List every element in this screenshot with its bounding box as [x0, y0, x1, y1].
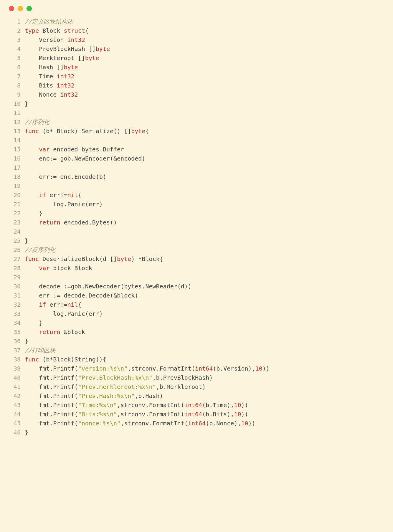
line-number: 38: [7, 355, 25, 364]
line-content: [25, 227, 386, 236]
line-number: 32: [7, 300, 25, 309]
line-content: }: [25, 428, 386, 437]
token: )): [241, 411, 248, 418]
minimize-icon[interactable]: [18, 6, 23, 11]
line-content: func (b* Block) Serialize() []byte{: [25, 127, 386, 136]
line-number: 23: [7, 218, 25, 227]
line-number: 35: [7, 328, 25, 337]
token: Time: [25, 73, 57, 80]
line-number: 5: [7, 54, 25, 63]
line-number: 13: [7, 127, 25, 136]
line-content: fmt.Printf("Time:%s\n",strconv.FormatInt…: [25, 401, 386, 410]
token: int64: [184, 402, 202, 409]
token: 10: [255, 365, 262, 372]
token: [25, 191, 39, 199]
token: "Prev.Hash:%x\n": [78, 392, 135, 399]
line-content: }: [25, 209, 386, 218]
code-line: 23 return encoded.Bytes(): [7, 218, 386, 227]
token: [25, 301, 39, 308]
close-icon[interactable]: [9, 6, 14, 11]
token: err!=: [46, 301, 67, 308]
line-content: //反序列化: [25, 245, 386, 255]
code-window: 1//定义区块结构体2type Block struct{3 Version i…: [0, 0, 393, 449]
token: Hash []: [25, 64, 64, 71]
token: //序列化: [25, 118, 49, 125]
line-number: 10: [7, 99, 25, 108]
line-content: var block Block: [25, 264, 386, 273]
token: "Prev.BlockHash:%x\n": [78, 374, 153, 381]
line-content: fmt.Printf("version:%s\n",strconv.Format…: [25, 364, 386, 373]
token: {: [78, 301, 82, 308]
code-line: 38func (b*Block)String(){: [7, 355, 386, 364]
token: 10: [241, 420, 248, 427]
code-line: 41 fmt.Printf("Prev.merkleroot:%x\n",b.M…: [7, 382, 386, 391]
code-line: 42 fmt.Printf("Prev.Hash:%x\n",b.Hash): [7, 391, 386, 401]
code-line: 35 return &block: [7, 328, 386, 337]
token: Block: [39, 27, 64, 34]
token: "nonce:%s\n": [78, 420, 121, 427]
code-line: 1//定义区块结构体: [7, 17, 386, 26]
line-number: 15: [7, 145, 25, 154]
token: (b* Block) Serialize() []: [39, 128, 131, 135]
code-line: 8 Bits int32: [7, 81, 386, 90]
line-number: 21: [7, 200, 25, 209]
window-titlebar: [7, 5, 386, 17]
line-number: 30: [7, 282, 25, 291]
token: }: [25, 338, 28, 345]
line-number: 8: [7, 81, 25, 90]
token: func: [25, 255, 39, 262]
code-line: 24: [7, 227, 386, 236]
code-line: 26//反序列化: [7, 245, 386, 255]
token: DeserializeBlock(d []: [39, 255, 117, 262]
token: )): [248, 420, 255, 427]
token: }: [25, 237, 28, 244]
code-line: 11: [7, 108, 386, 118]
token: enc:= gob.NewEncoder(&encoded): [25, 155, 145, 162]
line-number: 3: [7, 35, 25, 44]
token: byte: [131, 128, 145, 135]
line-number: 19: [7, 181, 25, 191]
token: (b.Time),: [202, 402, 234, 409]
line-content: fmt.Printf("Bits:%s\n",strconv.FormatInt…: [25, 410, 386, 419]
line-number: 20: [7, 191, 25, 200]
line-number: 12: [7, 118, 25, 127]
line-number: 33: [7, 309, 25, 318]
line-content: if err!=nil{: [25, 191, 386, 200]
line-number: 26: [7, 245, 25, 255]
code-line: 5 Merkleroot []byte: [7, 54, 386, 63]
token: type: [25, 27, 39, 34]
code-line: 9 Nonce int32: [7, 90, 386, 99]
line-content: log.Panic(err): [25, 309, 386, 318]
line-content: Merkleroot []byte: [25, 54, 386, 63]
line-number: 29: [7, 273, 25, 282]
token: PrevBlockHash []: [25, 45, 96, 52]
token: &block: [60, 328, 85, 336]
line-number: 39: [7, 364, 25, 373]
code-line: 40 fmt.Printf("Prev.BlockHash:%x\n",b.Pr…: [7, 373, 386, 382]
token: ,strconv.FormatInt(: [128, 365, 195, 372]
line-number: 43: [7, 401, 25, 410]
line-number: 41: [7, 382, 25, 391]
line-content: var encoded bytes.Buffer: [25, 145, 386, 154]
code-line: 30 decode :=gob.NewDecoder(bytes.NewRead…: [7, 282, 386, 291]
line-content: func (b*Block)String(){: [25, 355, 386, 364]
line-number: 11: [7, 108, 25, 118]
token: ) *Block{: [131, 255, 163, 262]
token: encoded.Bytes(): [60, 219, 117, 226]
token: [25, 219, 39, 226]
code-line: 39 fmt.Printf("version:%s\n",strconv.For…: [7, 364, 386, 373]
token: if: [39, 191, 46, 199]
line-number: 14: [7, 136, 25, 145]
zoom-icon[interactable]: [27, 6, 32, 11]
code-line: 16 enc:= gob.NewEncoder(&encoded): [7, 154, 386, 163]
token: if: [39, 301, 46, 308]
line-content: if err!=nil{: [25, 300, 386, 309]
line-number: 18: [7, 172, 25, 181]
line-content: Nonce int32: [25, 90, 386, 99]
code-line: 3 Version int32: [7, 35, 386, 44]
token: log.Panic(err): [25, 201, 103, 208]
token: var: [39, 146, 49, 153]
line-content: fmt.Printf("nonce:%s\n",strconv.FormatIn…: [25, 419, 386, 428]
token: Version: [25, 36, 67, 43]
line-content: Hash []byte: [25, 63, 386, 72]
